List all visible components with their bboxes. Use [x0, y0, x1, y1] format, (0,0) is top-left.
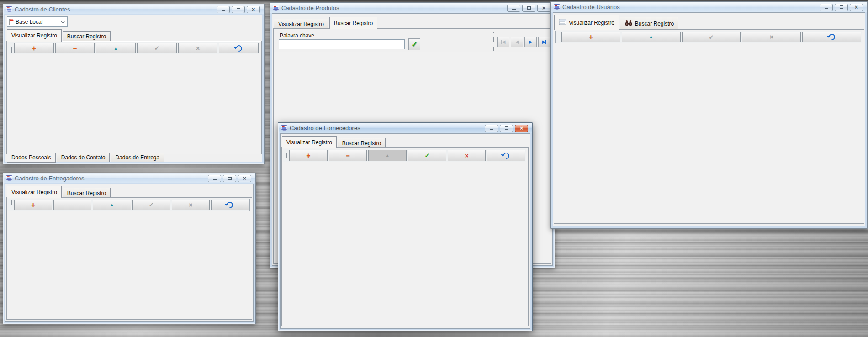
- tab-visualizar-registro[interactable]: Visualizar Registro: [7, 186, 62, 198]
- up-triangle-icon: ▲: [114, 46, 118, 51]
- window-title: Cadastro de Entregadores: [15, 175, 84, 182]
- window-title: Cadastro de Produtos: [281, 5, 339, 11]
- minimize-button[interactable]: [208, 175, 221, 182]
- nav-first-button[interactable]: ◀: [497, 37, 509, 47]
- window-title: Cadastro de Fornecedores: [290, 125, 360, 132]
- refresh-button[interactable]: [487, 150, 525, 161]
- edit-button[interactable]: ▲: [96, 43, 136, 53]
- minimize-button[interactable]: [217, 6, 230, 13]
- cancel-button[interactable]: ×: [172, 200, 210, 210]
- titlebar-fornecedores[interactable]: Cadastro de Fornecedores ×: [279, 123, 532, 133]
- close-button[interactable]: ×: [537, 5, 550, 12]
- close-button[interactable]: ×: [238, 175, 251, 182]
- add-button[interactable]: +: [289, 150, 328, 161]
- refresh-button[interactable]: [211, 200, 249, 210]
- palavra-chave-label: Palavra chave: [280, 32, 314, 39]
- tab-dados-de-entrega[interactable]: Dados de Entrega: [111, 153, 164, 162]
- chevron-down-icon[interactable]: [59, 17, 67, 26]
- cancel-button[interactable]: ×: [178, 43, 218, 53]
- edit-button[interactable]: ▲: [368, 150, 407, 161]
- confirm-button[interactable]: ✓: [137, 43, 177, 53]
- minus-icon: −: [70, 201, 74, 208]
- window-entregadores: Cadastro de Entregadores × Visualizar Re…: [3, 173, 256, 324]
- delete-button[interactable]: −: [329, 150, 367, 161]
- tab-visualizar-registro[interactable]: Visualizar Registro: [282, 136, 337, 148]
- up-triangle-icon: ▲: [385, 153, 390, 158]
- tab-buscar-registro[interactable]: Buscar Registro: [63, 31, 111, 41]
- plus-icon: +: [32, 45, 36, 52]
- tab-visualizar-registro[interactable]: Visualizar Registro: [7, 29, 62, 42]
- titlebar-produtos[interactable]: Cadastro de Produtos ×: [270, 3, 554, 13]
- tab-buscar-registro[interactable]: Buscar Registro: [338, 138, 386, 148]
- titlebar-entregadores[interactable]: Cadastro de Entregadores ×: [4, 174, 255, 183]
- check-icon: ✓: [424, 153, 429, 158]
- nav-prev-button[interactable]: ◀: [511, 37, 523, 47]
- titlebar-usuarios[interactable]: Cadastro de Usuários ×: [551, 2, 867, 12]
- nav-next-button[interactable]: ▶: [524, 37, 537, 47]
- cancel-button[interactable]: ×: [448, 150, 486, 161]
- edit-button[interactable]: ▲: [93, 200, 131, 210]
- tab-visualizar-registro[interactable]: Visualizar Registro: [554, 15, 619, 30]
- maximize-button[interactable]: [232, 6, 245, 13]
- window-usuarios: Cadastro de Usuários × Visualizar Regist…: [550, 1, 868, 229]
- window-title: Cadastro de Clientes: [15, 6, 70, 13]
- tab-buscar-registro[interactable]: Buscar Registro: [329, 17, 377, 29]
- minus-icon: −: [346, 152, 350, 159]
- minus-icon: −: [73, 45, 77, 52]
- tab-buscar-registro[interactable]: Buscar Registro: [620, 17, 678, 30]
- maximize-button[interactable]: [500, 125, 513, 132]
- refresh-button[interactable]: [802, 32, 861, 42]
- check-icon: ✓: [411, 41, 418, 48]
- window-clientes: Cadastro de Clientes × Base Local Visual…: [3, 4, 265, 164]
- search-confirm-button[interactable]: ✓: [408, 38, 420, 50]
- close-button[interactable]: ×: [247, 6, 260, 13]
- form-icon: [559, 19, 566, 26]
- close-button[interactable]: ×: [515, 125, 528, 132]
- window-title: Cadastro de Usuários: [562, 4, 620, 11]
- minimize-button[interactable]: [507, 5, 520, 12]
- add-button[interactable]: +: [561, 32, 620, 42]
- cancel-button[interactable]: ×: [742, 32, 801, 42]
- desktop-background: { "theme": { "titlebar_top": "#eef5fc", …: [0, 0, 868, 337]
- delete-button[interactable]: −: [55, 43, 95, 53]
- tab-buscar-registro[interactable]: Buscar Registro: [63, 188, 111, 198]
- add-button[interactable]: +: [14, 43, 54, 53]
- maximize-button[interactable]: [522, 5, 535, 12]
- titlebar-clientes[interactable]: Cadastro de Clientes ×: [4, 5, 264, 14]
- tab-dados-de-contato[interactable]: Dados de Contato: [57, 153, 110, 162]
- palavra-chave-input[interactable]: [279, 39, 405, 49]
- tab-dados-pessoais[interactable]: Dados Pessoais: [7, 153, 56, 163]
- refresh-icon: [827, 32, 836, 42]
- confirm-button[interactable]: ✓: [132, 200, 170, 210]
- cross-icon: ×: [770, 34, 773, 40]
- cross-icon: ×: [465, 153, 468, 159]
- add-button[interactable]: +: [14, 200, 52, 210]
- up-triangle-icon: ▲: [649, 35, 653, 39]
- maximize-button[interactable]: [835, 4, 848, 11]
- prev-record-icon: ◀: [515, 40, 519, 44]
- minimize-button[interactable]: [820, 4, 833, 11]
- maximize-button[interactable]: [223, 175, 236, 182]
- tab-visualizar-registro[interactable]: Visualizar Registro: [274, 19, 328, 29]
- check-icon: ✓: [154, 45, 159, 51]
- refresh-icon: [226, 200, 235, 210]
- up-triangle-icon: ▲: [110, 203, 114, 207]
- nav-last-button[interactable]: ▶: [538, 37, 550, 47]
- refresh-button[interactable]: [219, 43, 259, 53]
- app-icon: [554, 4, 561, 10]
- window-fornecedores: Cadastro de Fornecedores × Visualizar Re…: [278, 122, 533, 331]
- base-selector[interactable]: Base Local: [7, 16, 68, 27]
- confirm-button[interactable]: ✓: [682, 32, 741, 42]
- confirm-button[interactable]: ✓: [408, 150, 446, 161]
- minimize-button[interactable]: [485, 125, 498, 132]
- cross-icon: ×: [196, 45, 200, 52]
- app-icon: [6, 6, 13, 12]
- app-icon: [6, 175, 13, 181]
- edit-button[interactable]: ▲: [622, 32, 681, 42]
- flag-icon: [9, 19, 14, 25]
- binoculars-icon: [625, 20, 633, 27]
- refresh-icon: [502, 151, 511, 160]
- app-icon: [273, 5, 280, 11]
- delete-button[interactable]: −: [53, 200, 91, 210]
- close-button[interactable]: ×: [850, 4, 863, 11]
